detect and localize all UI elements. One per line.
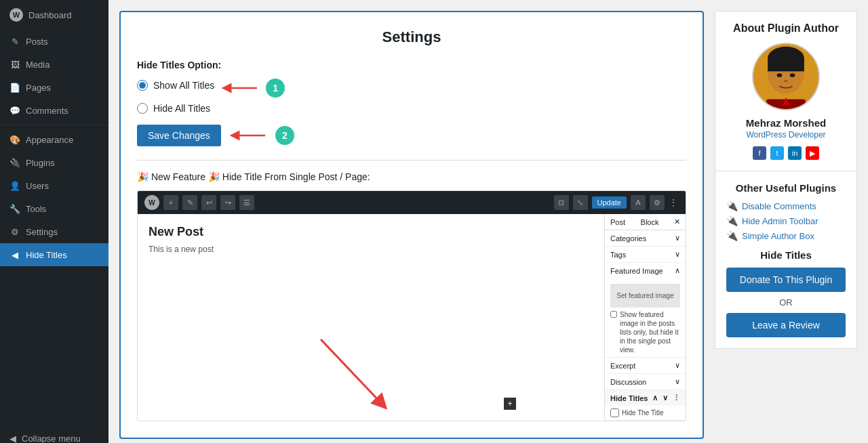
- sidebar-item-label: Users: [26, 181, 49, 191]
- preview-post-title: New Post: [149, 225, 593, 239]
- preview-hide-titles-header[interactable]: Hide Titles ∧ ∨ ⋮: [605, 390, 686, 406]
- arrow-1-icon: [220, 80, 260, 96]
- sidebar-item-tools[interactable]: 🔧 Tools: [0, 197, 108, 220]
- sidebar-item-plugins[interactable]: 🔌 Plugins: [0, 151, 108, 174]
- preview-featured-image-label: Featured Image: [610, 267, 663, 275]
- preview-ext-icon: ⤡: [573, 195, 588, 210]
- preview-excerpt-header[interactable]: Excerpt ∨: [605, 358, 686, 373]
- collapse-icon: ◀: [9, 434, 16, 443]
- hide-all-titles-radio[interactable]: [137, 103, 148, 114]
- youtube-icon[interactable]: ▶: [806, 146, 819, 160]
- plug-icon-1: 🔌: [726, 201, 738, 211]
- preview-discussion-header[interactable]: Discussion ∨: [605, 374, 686, 389]
- preview-excerpt-section: Excerpt ∨: [605, 358, 686, 374]
- useful-plugins-card: Other Useful Plugins 🔌 Disable Comments …: [715, 171, 857, 349]
- settings-panel: Settings Hide Titles Option: Show All Ti…: [119, 11, 704, 439]
- svg-point-12: [784, 80, 788, 83]
- preview-tags-header[interactable]: Tags ∨: [605, 247, 686, 262]
- step-1-circle: 1: [266, 79, 285, 98]
- preview-featured-checkbox-label: Show featured image in the posts lists o…: [620, 310, 680, 354]
- comments-icon: 💬: [9, 105, 20, 116]
- preview-undo-icon: ↩: [201, 195, 216, 210]
- sidebar-item-label: Tools: [26, 204, 46, 214]
- preview-hide-the-title-checkbox[interactable]: [610, 408, 619, 417]
- sidebar-brand[interactable]: W Dashboard: [0, 0, 108, 30]
- preview-featured-image-section: Featured Image ∧ Set featured image Show…: [605, 263, 686, 358]
- preview-update-button[interactable]: Update: [592, 196, 627, 209]
- preview-wp-icon: W: [144, 195, 159, 210]
- sidebar-item-appearance[interactable]: 🎨 Appearance: [0, 128, 108, 151]
- author-role: WordPress Developer: [726, 130, 846, 140]
- save-changes-button[interactable]: Save Changes: [137, 125, 221, 146]
- svg-point-10: [777, 73, 783, 77]
- hide-admin-toolbar-label: Hide Admin Toolbar: [742, 216, 818, 226]
- sidebar-collapse-button[interactable]: ◀ Collapse menu: [0, 427, 108, 443]
- main-content: Settings Hide Titles Option: Show All Ti…: [108, 0, 868, 443]
- preview-discussion-chevron: ∨: [675, 377, 680, 386]
- hide-all-titles-label: Hide All Titles: [153, 103, 210, 114]
- media-icon: 🖼: [9, 59, 20, 70]
- preview-block-handle: +: [504, 398, 516, 410]
- sidebar-separator: [0, 125, 108, 125]
- donate-button[interactable]: Donate To This Plugin: [726, 268, 846, 292]
- preview-categories-header[interactable]: Categories ∨: [605, 230, 686, 246]
- simple-author-box-link[interactable]: 🔌 Simple Author Box: [726, 230, 846, 241]
- show-all-titles-radio[interactable]: [137, 80, 148, 91]
- author-name: Mehraz Morshed: [726, 117, 846, 129]
- preview-toolbar: W + ✎ ↩ ↪ ☰ ⊡ ⤡ Update A ⚙ ⋮: [138, 191, 686, 214]
- preview-hide-titles-label: Hide Titles: [610, 394, 648, 402]
- preview-editor: New Post This is a new post +: [138, 214, 604, 421]
- preview-featured-image-header[interactable]: Featured Image ∧: [605, 263, 686, 278]
- sidebar-item-posts[interactable]: ✎ Posts: [0, 30, 108, 53]
- preview-featured-checkbox-row: Show featured image in the posts lists o…: [610, 310, 680, 354]
- preview-tags-chevron: ∨: [675, 250, 680, 259]
- wp-logo-icon: W: [9, 8, 23, 22]
- option-label: Hide Titles Option:: [137, 60, 686, 70]
- preview-gear-icon: ⚙: [650, 195, 665, 210]
- preview-hide-titles-chevron: ∧: [652, 394, 658, 402]
- preview-featured-image-chevron: ∧: [675, 266, 680, 275]
- facebook-icon[interactable]: f: [753, 146, 766, 160]
- hide-admin-toolbar-link[interactable]: 🔌 Hide Admin Toolbar: [726, 215, 846, 226]
- preview-hide-titles-more: ⋮: [673, 394, 680, 402]
- preview-categories-chevron: ∨: [675, 234, 680, 242]
- disable-comments-link[interactable]: 🔌 Disable Comments: [726, 201, 846, 211]
- leave-review-button[interactable]: Leave a Review: [726, 313, 846, 337]
- preview-discussion-section: Discussion ∨: [605, 374, 686, 390]
- author-card: About Plugin Author: [715, 11, 857, 171]
- appearance-icon: 🎨: [9, 134, 20, 145]
- posts-icon: ✎: [9, 36, 20, 47]
- preview-hide-titles-up: ∨: [663, 394, 668, 402]
- arrow-2-icon: [228, 127, 269, 144]
- sidebar-item-label: Pages: [26, 83, 51, 93]
- sidebar-item-comments[interactable]: 💬 Comments: [0, 99, 108, 122]
- preview-set-featured-image[interactable]: Set featured image: [610, 284, 680, 308]
- preview-featured-checkbox[interactable]: [610, 311, 617, 318]
- show-all-titles-option[interactable]: Show All Titles: [137, 80, 214, 91]
- sidebar: W Dashboard ✎ Posts 🖼 Media 📄 Pages 💬 Co…: [0, 0, 108, 443]
- sidebar-item-hide-titles[interactable]: ◀ Hide Titles: [0, 243, 108, 266]
- show-all-titles-label: Show All Titles: [153, 80, 214, 91]
- sidebar-item-settings[interactable]: ⚙ Settings: [0, 220, 108, 243]
- preview-block-tab[interactable]: Block: [641, 218, 659, 226]
- hide-titles-option-section: Hide Titles Option: Show All Titles 1: [137, 60, 686, 114]
- sidebar-item-label: Plugins: [26, 158, 55, 168]
- preview-more-icon: ⋮: [669, 197, 679, 208]
- preview-add-icon: +: [163, 195, 178, 210]
- preview-hide-titles-section: Hide Titles ∧ ∨ ⋮ Hide The Title: [605, 390, 686, 421]
- preview-categories-section: Categories ∨: [605, 230, 686, 247]
- author-face-svg: [753, 43, 818, 110]
- sidebar-item-users[interactable]: 👤 Users: [0, 174, 108, 197]
- svg-rect-9: [768, 58, 804, 71]
- sidebar-item-media[interactable]: 🖼 Media: [0, 53, 108, 76]
- linkedin-icon[interactable]: in: [788, 146, 802, 160]
- sidebar-item-pages[interactable]: 📄 Pages: [0, 76, 108, 99]
- preview-sidebar-header: Post Block ✕: [605, 214, 686, 230]
- preview-body: New Post This is a new post +: [138, 214, 686, 421]
- new-feature-text: 🎉 New Feature 🎉 Hide Title From Single P…: [137, 171, 686, 182]
- twitter-icon[interactable]: t: [770, 146, 784, 160]
- hide-all-titles-option[interactable]: Hide All Titles: [137, 103, 686, 114]
- step-2-circle: 2: [275, 126, 294, 145]
- preview-post-tab[interactable]: Post: [610, 218, 625, 226]
- preview-post-content: This is a new post: [149, 245, 593, 254]
